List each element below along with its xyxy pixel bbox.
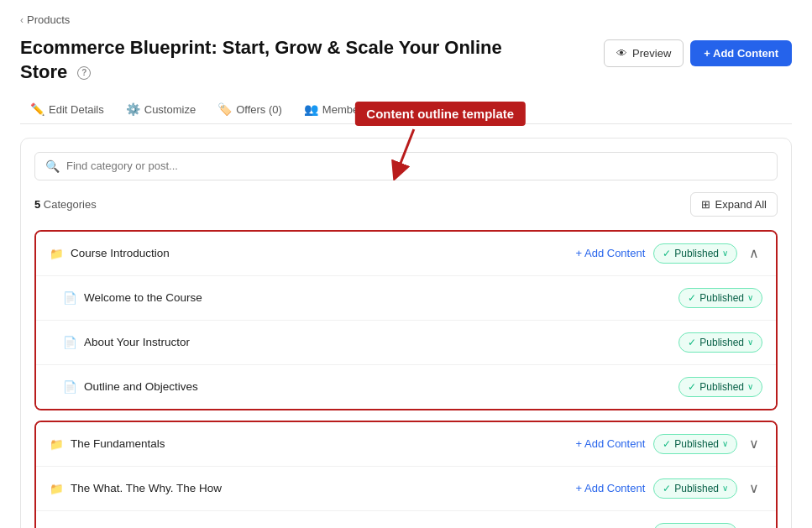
content-area: Content outline template 🔍	[20, 138, 792, 528]
list-item: 📄 About Your Instructor ✓ Published ∨	[36, 321, 776, 365]
published-badge[interactable]: ✓ Published ∨	[678, 288, 762, 308]
expand-button[interactable]: ∨	[746, 523, 762, 528]
item-left: 📁 The What. The Why. The How	[50, 482, 222, 495]
published-badge[interactable]: ✓ Published ∨	[653, 523, 737, 528]
item-left: 📁 Course Introduction	[50, 247, 170, 260]
category-section-2: 📁 The Fundamentals + Add Content ✓ Publi…	[34, 421, 778, 528]
grid-icon: ⊞	[701, 198, 710, 211]
check-icon: ✓	[663, 483, 671, 494]
item-left: 📁 The Fundamentals	[50, 437, 165, 451]
published-badge[interactable]: ✓ Published ∨	[678, 332, 762, 353]
category-row: 📁 The What. The Why. The How + Add Conte…	[36, 467, 776, 511]
item-right: + Add Content ✓ Published ∨ ∨	[576, 478, 762, 499]
members-icon: 👥	[304, 102, 318, 116]
published-badge[interactable]: ✓ Published ∨	[653, 243, 737, 264]
check-icon: ✓	[663, 248, 671, 259]
breadcrumb: ‹ Products	[20, 13, 792, 26]
check-icon: ✓	[688, 381, 696, 393]
search-row: 🔍	[34, 152, 778, 180]
tab-more[interactable]: ∨ More	[396, 97, 454, 124]
item-right: + Add Content ✓ Published ∨ ∨	[576, 523, 762, 528]
check-icon: ✓	[688, 337, 696, 348]
doc-icon: 📄	[63, 380, 77, 394]
folder-icon: 📁	[50, 437, 64, 451]
doc-icon: 📄	[63, 291, 77, 305]
category-section-1: 📁 Course Introduction + Add Content ✓ Pu…	[34, 230, 778, 410]
folder-icon: 📁	[50, 247, 64, 260]
category-row: 📁 Course Introduction + Add Content ✓ Pu…	[36, 232, 776, 276]
add-content-button[interactable]: + Add Content	[690, 40, 792, 66]
badge-chevron-icon: ∨	[722, 484, 728, 493]
add-content-inline-button[interactable]: + Add Content	[576, 482, 646, 494]
page-title: Ecommerce Blueprint: Start, Grow & Scale…	[20, 36, 507, 84]
tab-members[interactable]: 👥 Members (0)	[294, 96, 395, 124]
published-badge[interactable]: ✓ Published ∨	[653, 434, 737, 454]
expand-button[interactable]: ∨	[746, 478, 762, 498]
badge-chevron-icon: ∨	[722, 248, 728, 258]
chevron-down-icon: ∨	[406, 103, 415, 116]
category-row: 📁 The Fundamentals + Add Content ✓ Publi…	[36, 422, 776, 467]
item-right: + Add Content ✓ Published ∨ ∧	[576, 243, 762, 264]
page-header: Ecommerce Blueprint: Start, Grow & Scale…	[20, 36, 792, 84]
collapse-button[interactable]: ∧	[746, 243, 762, 263]
badge-chevron-icon: ∨	[722, 439, 728, 448]
category-row: 📁 Advanced Tips + Add Content ✓ Publishe…	[36, 511, 776, 528]
published-badge[interactable]: ✓ Published ∨	[678, 377, 762, 397]
check-icon: ✓	[688, 292, 696, 304]
item-left: 📄 Outline and Objectives	[63, 380, 198, 394]
tag-icon: 🏷️	[217, 102, 232, 116]
item-right: ✓ Published ∨	[678, 288, 762, 308]
badge-chevron-icon: ∨	[747, 293, 753, 302]
add-content-inline-button[interactable]: + Add Content	[576, 437, 646, 450]
expand-all-button[interactable]: ⊞ Expand All	[690, 192, 778, 217]
help-icon[interactable]: ?	[77, 66, 91, 80]
tab-offers[interactable]: 🏷️ Offers (0)	[207, 96, 292, 124]
list-item: 📄 Welcome to the Course ✓ Published ∨	[36, 276, 776, 321]
item-right: + Add Content ✓ Published ∨ ∨	[576, 434, 762, 454]
add-content-inline-button[interactable]: + Add Content	[576, 247, 646, 259]
pencil-icon: ✏️	[30, 102, 45, 116]
nav-tabs: ✏️ Edit Details ⚙️ Customize 🏷️ Offers (…	[20, 96, 792, 124]
published-badge[interactable]: ✓ Published ∨	[653, 478, 737, 499]
tab-customize[interactable]: ⚙️ Customize	[116, 96, 206, 124]
item-left: 📄 About Your Instructor	[63, 336, 190, 349]
badge-chevron-icon: ∨	[747, 382, 753, 391]
header-actions: 👁 Preview + Add Content	[604, 39, 792, 67]
categories-row: 5 Categories ⊞ Expand All	[34, 192, 778, 217]
back-chevron-icon: ‹	[20, 14, 24, 26]
expand-button[interactable]: ∨	[746, 434, 762, 453]
gear-icon: ⚙️	[126, 102, 140, 116]
search-input-wrap: 🔍	[34, 152, 778, 180]
check-icon: ✓	[663, 438, 671, 450]
folder-icon: 📁	[50, 482, 64, 495]
eye-icon: 👁	[616, 47, 627, 60]
tab-edit-details[interactable]: ✏️ Edit Details	[20, 96, 114, 124]
item-left: 📄 Welcome to the Course	[63, 291, 202, 305]
search-input[interactable]	[66, 159, 767, 172]
page-title-area: Ecommerce Blueprint: Start, Grow & Scale…	[20, 36, 507, 84]
item-right: ✓ Published ∨	[678, 377, 762, 397]
badge-chevron-icon: ∨	[747, 337, 753, 347]
doc-icon: 📄	[63, 336, 77, 349]
search-annotation-wrapper: Content outline template 🔍	[34, 152, 778, 180]
preview-button[interactable]: 👁 Preview	[604, 39, 684, 67]
categories-count: 5 Categories	[34, 198, 97, 211]
item-right: ✓ Published ∨	[678, 332, 762, 353]
list-item: 📄 Outline and Objectives ✓ Published ∨	[36, 365, 776, 409]
search-icon: 🔍	[45, 159, 60, 173]
breadcrumb-parent[interactable]: Products	[27, 13, 70, 26]
